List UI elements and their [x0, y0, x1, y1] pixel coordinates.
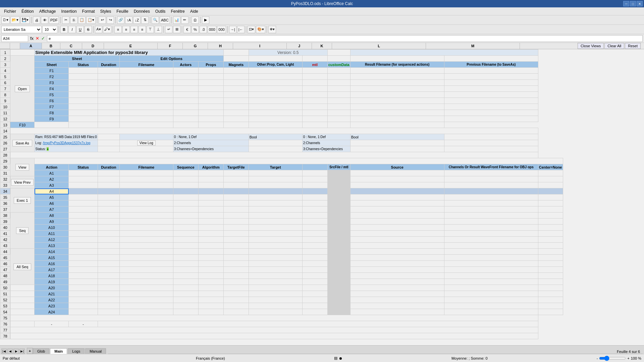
row-num-53[interactable]: 53	[0, 303, 10, 309]
cell-A12-src[interactable]	[327, 237, 350, 243]
cell-A16-dur[interactable]	[98, 261, 119, 267]
row-num-12[interactable]: 12	[0, 116, 10, 122]
cell-A15-fn[interactable]	[119, 255, 173, 261]
cell-F8-result[interactable]	[350, 110, 444, 116]
cell-A4-algo[interactable]	[198, 188, 223, 194]
cell-A11-dur[interactable]	[98, 231, 119, 237]
view-sidebar-btn-cell[interactable]: View	[10, 158, 35, 176]
cell-F4-prev[interactable]	[444, 86, 538, 92]
cell-A22-action[interactable]: A22	[35, 297, 69, 303]
cell-F8-custom[interactable]	[327, 110, 350, 116]
cell-view-log-btn[interactable]: View Log	[119, 140, 173, 146]
cell-F7-fn[interactable]	[119, 104, 173, 110]
col-header-K[interactable]: K	[312, 43, 332, 49]
cell-A10-st[interactable]	[69, 225, 98, 231]
cell-A15-center[interactable]	[538, 255, 563, 261]
row-num-1[interactable]: 1	[0, 50, 10, 56]
cell-A12-center[interactable]	[538, 237, 563, 243]
cell-A4-tf[interactable]	[223, 188, 249, 194]
cell-F7-result[interactable]	[350, 104, 444, 110]
col-header-M[interactable]: M	[426, 43, 520, 49]
cell-A14-source[interactable]	[350, 249, 444, 255]
cell-A8-tf[interactable]	[223, 213, 249, 219]
cell-A23-ch[interactable]	[444, 303, 538, 309]
zoom-out-icon[interactable]: -	[597, 356, 598, 360]
cell-F7-dur[interactable]	[98, 104, 119, 110]
cell-A22-ch[interactable]	[444, 297, 538, 303]
row-num-26[interactable]: 26	[0, 140, 10, 146]
cell-A13-e9[interactable]	[302, 243, 327, 249]
indent-less-button[interactable]: |←	[237, 26, 245, 33]
cell-A10-tgt[interactable]	[249, 225, 302, 231]
cell-A3-src[interactable]	[327, 182, 350, 188]
cell-F8-actors[interactable]	[173, 110, 198, 116]
cell-A7-dur[interactable]	[98, 206, 119, 213]
align-center-button[interactable]: ≡	[122, 26, 130, 33]
cell-A9-action[interactable]: A9	[35, 219, 69, 225]
cell-A14-algo[interactable]	[198, 249, 223, 255]
col-header-B[interactable]: B	[42, 43, 60, 49]
cell-F5-status[interactable]	[69, 92, 98, 98]
row-num-45[interactable]: 45	[0, 255, 10, 261]
cell-A11-e9[interactable]	[302, 231, 327, 237]
cell-A2-st[interactable]	[69, 176, 98, 182]
cell-A16-algo[interactable]	[198, 261, 223, 267]
cell-A16-tgt[interactable]	[249, 261, 302, 267]
cell-F8-other[interactable]	[249, 110, 302, 116]
cell-A12-action[interactable]: A12	[35, 237, 69, 243]
sheet-scroll-area[interactable]: A B C D E F G H I J K L M	[0, 43, 644, 345]
cell-A19-tgt[interactable]	[249, 279, 302, 285]
cell-A8-source[interactable]	[350, 213, 444, 219]
cell-F10-custom[interactable]	[302, 122, 327, 128]
row-num-9[interactable]: 9	[0, 98, 10, 104]
cell-A16-fn[interactable]	[119, 261, 173, 267]
cell-A8-tgt[interactable]	[249, 213, 302, 219]
cell-A2-src[interactable]	[327, 176, 350, 182]
cell-26-d[interactable]	[98, 140, 119, 146]
cell-F2-prev[interactable]	[444, 74, 538, 80]
cell-F8-props[interactable]	[198, 110, 223, 116]
bg-color-button[interactable]: 🎨▾	[256, 26, 265, 33]
highlight-button[interactable]: 🖊▾	[103, 26, 111, 33]
cell-A12-seq[interactable]	[173, 237, 198, 243]
cell-A17-source[interactable]	[350, 267, 444, 273]
row-num-35[interactable]: 35	[0, 194, 10, 200]
cell-A5-dur[interactable]	[98, 194, 119, 200]
cell-A14-src[interactable]	[327, 249, 350, 255]
cell-F1-actors[interactable]	[173, 68, 198, 74]
cell-A9-src[interactable]	[327, 219, 350, 225]
row-num-54[interactable]: 54	[0, 309, 10, 315]
cell-F2-dur[interactable]	[98, 74, 119, 80]
cell-I1[interactable]	[223, 50, 249, 56]
cell-A3-e9[interactable]	[302, 182, 327, 188]
cell-A9-source[interactable]	[350, 219, 444, 225]
cell-F9-dur[interactable]	[98, 116, 119, 122]
cell-F9-result[interactable]	[350, 116, 444, 122]
row-num-11[interactable]: 11	[0, 110, 10, 116]
cell-F10-mtl[interactable]	[249, 122, 302, 128]
cell-A16-action[interactable]: A16	[35, 261, 69, 267]
cell-27-e[interactable]	[119, 146, 173, 152]
cell-F2-fn[interactable]	[119, 74, 173, 80]
cell-A14-seq[interactable]	[173, 249, 198, 255]
cell-M2[interactable]	[444, 56, 538, 62]
cell-F1-prev[interactable]	[444, 68, 538, 74]
cell-F10-fn[interactable]	[98, 122, 119, 128]
cell-A8-dur[interactable]	[98, 213, 119, 219]
cell-75-empty[interactable]	[10, 315, 538, 321]
cell-A1-center[interactable]	[538, 170, 563, 176]
cell-F6-mtl[interactable]	[302, 98, 327, 104]
cell-A4-source[interactable]	[350, 188, 444, 194]
cell-A9-tf[interactable]	[223, 219, 249, 225]
cell-A21-tf[interactable]	[223, 291, 249, 297]
cell-53-b[interactable]	[10, 303, 35, 309]
cell-A13-tf[interactable]	[223, 243, 249, 249]
row-num-3[interactable]: 3	[0, 62, 10, 68]
cell-A3-center[interactable]	[538, 182, 563, 188]
cell-A1-seq[interactable]	[173, 170, 198, 176]
cell-F10-props[interactable]	[173, 122, 198, 128]
row-num-34[interactable]: 34	[0, 188, 10, 194]
cell-F8-label[interactable]: F8	[35, 110, 69, 116]
cell-F5-actors[interactable]	[173, 92, 198, 98]
cell-A22-algo[interactable]	[198, 297, 223, 303]
